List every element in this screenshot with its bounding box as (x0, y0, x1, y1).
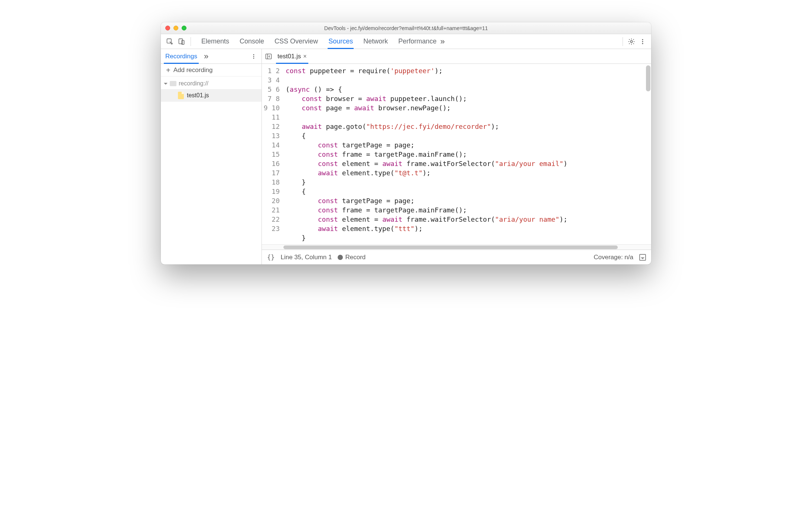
close-tab-icon[interactable]: × (303, 53, 306, 60)
tab-network[interactable]: Network (363, 34, 388, 49)
navigator-toggle-icon[interactable] (264, 52, 273, 61)
more-tabs-icon[interactable]: » (438, 37, 447, 46)
tree-file[interactable]: test01.js (161, 89, 262, 102)
close-window-button[interactable] (165, 26, 170, 30)
source-map-icon[interactable] (639, 254, 646, 261)
minimize-window-button[interactable] (173, 26, 178, 30)
device-toolbar-icon[interactable] (176, 36, 187, 47)
devtools-window: DevTools - jec.fyi/demo/recorder?email=t… (161, 22, 651, 264)
horizontal-scrollbar-track (262, 244, 651, 250)
divider (623, 37, 623, 46)
window-controls (165, 26, 186, 30)
pretty-print-icon[interactable]: {} (267, 254, 275, 261)
record-button[interactable]: Record (338, 254, 366, 261)
zoom-window-button[interactable] (182, 26, 186, 30)
svg-point-9 (253, 58, 254, 59)
tree-folder[interactable]: recording:// (161, 78, 262, 89)
panel-tabs: Elements Console CSS Overview Sources Ne… (201, 34, 436, 49)
tab-console[interactable]: Console (240, 34, 264, 49)
divider (191, 37, 191, 46)
sidebar-options-icon[interactable] (249, 53, 259, 59)
vertical-scrollbar[interactable] (646, 65, 650, 91)
cursor-position: Line 35, Column 1 (280, 254, 332, 261)
sidebar-tabrow: Recordings » (161, 49, 262, 64)
line-gutter: 1 2 3 4 5 6 7 8 9 10 11 12 13 14 15 16 1… (262, 64, 283, 244)
svg-point-4 (642, 39, 643, 40)
titlebar: DevTools - jec.fyi/demo/recorder?email=t… (161, 22, 651, 34)
inspect-element-icon[interactable] (165, 36, 175, 47)
tab-sources[interactable]: Sources (328, 34, 353, 49)
tree-file-label: test01.js (187, 92, 209, 99)
add-recording-label: Add recording (173, 66, 213, 74)
svg-point-6 (642, 43, 643, 44)
main-toolbar: Elements Console CSS Overview Sources Ne… (161, 34, 651, 49)
code-content[interactable]: const puppeteer = require('puppeteer'); … (283, 64, 651, 244)
sidebar: Recordings » + Add recording recording:/… (161, 49, 262, 264)
plus-icon: + (166, 66, 170, 74)
sidebar-more-tabs-icon[interactable]: » (202, 52, 211, 61)
folder-icon (170, 81, 176, 86)
coverage-status: Coverage: n/a (594, 254, 633, 261)
svg-rect-1 (179, 39, 183, 43)
svg-point-8 (253, 56, 254, 57)
sidebar-tab-recordings[interactable]: Recordings (164, 49, 199, 64)
editor-file-name: test01.js (277, 53, 301, 60)
more-options-icon[interactable] (638, 38, 647, 45)
record-icon (338, 255, 343, 260)
horizontal-scrollbar[interactable] (283, 245, 618, 249)
editor-file-tab[interactable]: test01.js × (276, 49, 308, 64)
tab-css-overview[interactable]: CSS Overview (275, 34, 318, 49)
window-title: DevTools - jec.fyi/demo/recorder?email=t… (161, 25, 651, 31)
recordings-tree: recording:// test01.js (161, 77, 262, 103)
svg-point-7 (253, 54, 254, 55)
tree-root-label: recording:// (179, 80, 208, 87)
editor: test01.js × 1 2 3 4 5 6 7 8 9 10 11 12 1… (262, 49, 651, 264)
file-icon (178, 92, 184, 99)
status-bar: {} Line 35, Column 1 Record Coverage: n/… (262, 250, 651, 264)
add-recording-button[interactable]: + Add recording (161, 64, 262, 77)
svg-point-3 (630, 40, 632, 42)
tab-performance[interactable]: Performance (398, 34, 436, 49)
code-area[interactable]: 1 2 3 4 5 6 7 8 9 10 11 12 13 14 15 16 1… (262, 64, 651, 244)
panel-body: Recordings » + Add recording recording:/… (161, 49, 651, 264)
tab-elements[interactable]: Elements (201, 34, 229, 49)
svg-point-5 (642, 41, 643, 42)
editor-tabrow: test01.js × (262, 49, 651, 64)
settings-icon[interactable] (627, 38, 636, 45)
